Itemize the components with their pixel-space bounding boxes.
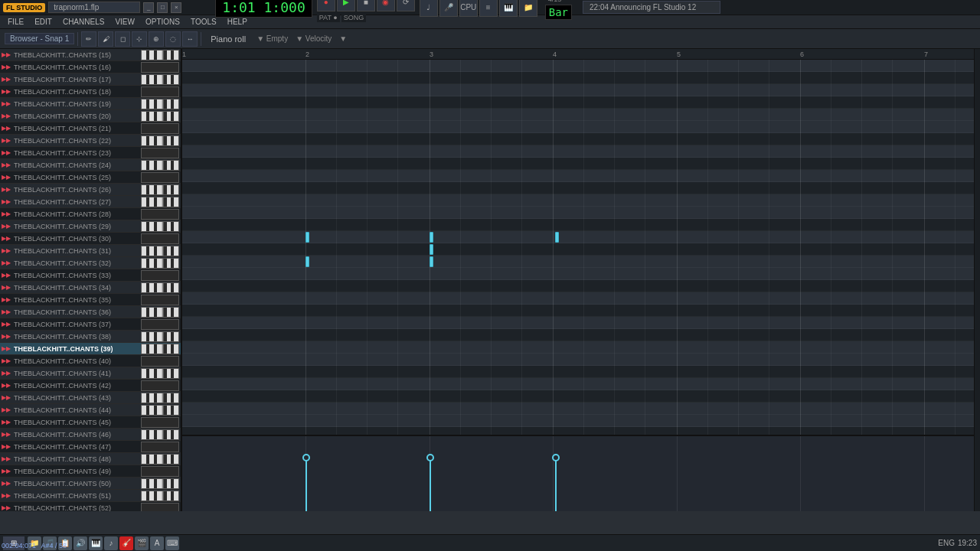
piano-row-27[interactable]: ▶▶THEBLACKHITT..CHANTS (42) <box>0 380 181 392</box>
note-5[interactable] <box>430 256 433 267</box>
piano-row-14[interactable]: ▶▶THEBLACKHITT..CHANTS (29) <box>0 220 181 233</box>
piano-row-13[interactable]: ▶▶THEBLACKHITT..CHANTS (28) <box>0 208 181 220</box>
slip-tool[interactable]: ↔ <box>182 31 198 47</box>
record-button[interactable]: ● <box>317 0 335 11</box>
piano-row-28[interactable]: ▶▶THEBLACKHITT..CHANTS (43) <box>0 392 181 404</box>
taskbar-app6[interactable]: ⌨ <box>165 536 179 550</box>
piano-key-visual-5[interactable] <box>141 111 179 122</box>
piano-key-visual-14[interactable] <box>141 221 179 232</box>
velocity-dot-1[interactable] <box>426 454 434 461</box>
max-button[interactable]: □ <box>157 2 168 13</box>
piano-roll-btn[interactable]: 🎹 <box>499 0 518 17</box>
velocity-bar-1[interactable] <box>430 458 431 511</box>
metronome-button[interactable]: ♩ <box>420 0 438 17</box>
piano-row-22[interactable]: ▶▶THEBLACKHITT..CHANTS (37) <box>0 318 181 331</box>
piano-row-1[interactable]: ▶▶THEBLACKHITT..CHANTS (16) <box>0 61 181 73</box>
piano-key-visual-34[interactable] <box>141 466 179 477</box>
piano-row-26[interactable]: ▶▶THEBLACKHITT..CHANTS (41) <box>0 367 181 380</box>
piano-row-19[interactable]: ▶▶THEBLACKHITT..CHANTS (34) <box>0 282 181 294</box>
piano-row-31[interactable]: ▶▶THEBLACKHITT..CHANTS (46) <box>0 429 181 441</box>
draw-tool[interactable]: ✏ <box>81 31 96 47</box>
close-button[interactable]: × <box>171 2 181 13</box>
piano-row-17[interactable]: ▶▶THEBLACKHITT..CHANTS (32) <box>0 257 181 269</box>
browser-btn[interactable]: 📁 <box>519 0 537 17</box>
piano-row-30[interactable]: ▶▶THEBLACKHITT..CHANTS (45) <box>0 416 181 429</box>
piano-row-11[interactable]: ▶▶THEBLACKHITT..CHANTS (26) <box>0 184 181 196</box>
velocity-dot-2[interactable] <box>552 454 560 461</box>
taskbar-vol[interactable]: 🔊 <box>74 536 87 550</box>
grid-area[interactable] <box>182 60 974 435</box>
piano-row-23[interactable]: ▶▶THEBLACKHITT..CHANTS (38) <box>0 331 181 343</box>
piano-key-visual-12[interactable] <box>141 197 179 207</box>
piano-row-5[interactable]: ▶▶THEBLACKHITT..CHANTS (20) <box>0 110 181 122</box>
piano-key-visual-23[interactable] <box>141 331 179 342</box>
piano-key-visual-15[interactable] <box>141 233 179 244</box>
piano-key-visual-7[interactable] <box>141 135 179 146</box>
piano-key-visual-1[interactable] <box>141 62 179 73</box>
piano-key-visual-9[interactable] <box>141 160 179 171</box>
filename-input[interactable] <box>48 2 140 13</box>
zoom-tool[interactable]: ⊕ <box>149 31 164 47</box>
piano-row-3[interactable]: ▶▶THEBLACKHITT..CHANTS (18) <box>0 86 181 98</box>
taskbar-app4[interactable]: 🎬 <box>135 536 149 550</box>
piano-row-37[interactable]: ▶▶THEBLACKHITT..CHANTS (52) <box>0 502 181 511</box>
paint-tool[interactable]: 🖌 <box>98 31 113 47</box>
piano-key-visual-28[interactable] <box>141 393 179 403</box>
pattern-button[interactable]: ◉ <box>377 0 395 11</box>
piano-key-visual-33[interactable] <box>141 454 179 465</box>
piano-row-36[interactable]: ▶▶THEBLACKHITT..CHANTS (51) <box>0 490 181 502</box>
piano-key-visual-32[interactable] <box>141 442 179 452</box>
piano-key-visual-22[interactable] <box>141 319 179 330</box>
menu-tools[interactable]: TOOLS <box>186 17 221 27</box>
piano-row-9[interactable]: ▶▶THEBLACKHITT..CHANTS (24) <box>0 159 181 171</box>
erase-tool[interactable]: ◻ <box>115 31 130 47</box>
piano-key-visual-17[interactable] <box>141 258 179 269</box>
piano-row-0[interactable]: ▶▶THEBLACKHITT..CHANTS (15) <box>0 49 181 61</box>
note-1[interactable] <box>430 232 433 243</box>
menu-view[interactable]: VIEW <box>110 17 139 27</box>
piano-row-33[interactable]: ▶▶THEBLACKHITT..CHANTS (48) <box>0 453 181 465</box>
piano-key-visual-27[interactable] <box>141 380 179 391</box>
note-4[interactable] <box>305 256 309 267</box>
piano-key-visual-0[interactable] <box>141 50 179 60</box>
piano-row-35[interactable]: ▶▶THEBLACKHITT..CHANTS (50) <box>0 478 181 490</box>
piano-key-visual-25[interactable] <box>141 356 179 367</box>
piano-key-visual-29[interactable] <box>141 405 179 416</box>
select-tool[interactable]: ⊹ <box>132 31 147 47</box>
taskbar-app2[interactable]: ♪ <box>104 536 118 550</box>
piano-key-visual-6[interactable] <box>141 123 179 134</box>
piano-key-visual-37[interactable] <box>141 503 179 512</box>
piano-row-8[interactable]: ▶▶THEBLACKHITT..CHANTS (23) <box>0 147 181 159</box>
play-button[interactable]: ▶ <box>337 0 355 11</box>
piano-row-29[interactable]: ▶▶THEBLACKHITT..CHANTS (44) <box>0 404 181 416</box>
piano-key-visual-13[interactable] <box>141 209 179 220</box>
record-audio-button[interactable]: 🎤 <box>439 0 458 17</box>
vertical-scrollbar[interactable] <box>974 49 980 511</box>
piano-row-10[interactable]: ▶▶THEBLACKHITT..CHANTS (25) <box>0 171 181 184</box>
menu-channels[interactable]: CHANNELS <box>58 17 109 27</box>
piano-row-20[interactable]: ▶▶THEBLACKHITT..CHANTS (35) <box>0 294 181 306</box>
piano-row-15[interactable]: ▶▶THEBLACKHITT..CHANTS (30) <box>0 233 181 245</box>
piano-key-visual-2[interactable] <box>141 74 179 85</box>
note-0[interactable] <box>305 232 309 243</box>
piano-row-7[interactable]: ▶▶THEBLACKHITT..CHANTS (22) <box>0 135 181 147</box>
piano-key-visual-35[interactable] <box>141 478 179 489</box>
piano-row-34[interactable]: ▶▶THEBLACKHITT..CHANTS (49) <box>0 465 181 478</box>
browser-tab[interactable]: Browser - Snap 1 <box>5 33 74 44</box>
velocity-bar-2[interactable] <box>555 458 557 511</box>
min-button[interactable]: _ <box>143 2 154 13</box>
velocity-bar-0[interactable] <box>305 458 307 511</box>
piano-key-visual-19[interactable] <box>141 282 179 293</box>
menu-options[interactable]: OPTIONS <box>141 17 185 27</box>
menu-file[interactable]: FILE <box>3 17 28 27</box>
piano-key-visual-20[interactable] <box>141 295 179 305</box>
mute-tool[interactable]: ◌ <box>165 31 181 47</box>
piano-key-visual-3[interactable] <box>141 86 179 97</box>
note-2[interactable] <box>430 244 433 255</box>
piano-key-visual-31[interactable] <box>141 429 179 440</box>
note-3[interactable] <box>555 232 559 243</box>
piano-key-visual-21[interactable] <box>141 307 179 318</box>
piano-key-visual-10[interactable] <box>141 172 179 183</box>
piano-row-25[interactable]: ▶▶THEBLACKHITT..CHANTS (40) <box>0 355 181 367</box>
piano-row-32[interactable]: ▶▶THEBLACKHITT..CHANTS (47) <box>0 441 181 453</box>
